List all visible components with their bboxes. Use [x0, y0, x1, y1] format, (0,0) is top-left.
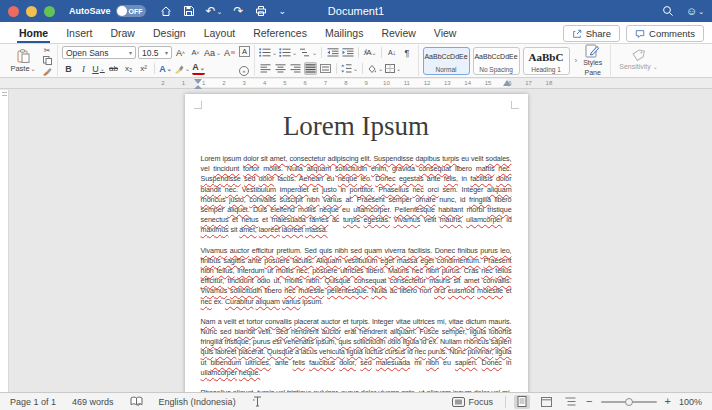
tab-view[interactable]: View [425, 22, 466, 43]
sort-button[interactable]: A↓ [386, 46, 399, 59]
clear-formatting-button[interactable]: A [223, 46, 236, 59]
tab-mailings[interactable]: Mailings [316, 22, 373, 43]
styles-pane-label: Pane [585, 69, 601, 77]
bold-button[interactable]: B [62, 62, 75, 75]
print-layout-view-button[interactable] [514, 395, 530, 409]
fullscreen-window-button[interactable] [44, 6, 55, 17]
tab-design[interactable]: Design [144, 22, 195, 43]
line-spacing-button[interactable]: ⌄ [341, 62, 358, 75]
language-button[interactable]: English (Indonesia) [159, 397, 236, 407]
document-page[interactable]: Lorem Ipsum Lorem ipsum dolor sit amet, … [185, 94, 528, 392]
home-quick-button[interactable] [160, 5, 172, 17]
redo-button[interactable]: ↷ [233, 5, 243, 17]
style-no-spacing[interactable]: AaBbCcDdEe No Spacing [473, 47, 520, 75]
format-painter-button[interactable] [41, 66, 53, 76]
zoom-level[interactable]: 100% [679, 397, 702, 407]
misspelled-word: aliquam. [390, 327, 416, 336]
style-normal[interactable]: AaBbCcDdEe Normal [423, 47, 470, 75]
underline-button[interactable]: U⌄ [92, 62, 105, 75]
highlight-button[interactable]: ⌄ [174, 62, 190, 75]
cut-button[interactable]: ✂ [41, 45, 53, 55]
misspelled-word: finibus [458, 246, 478, 255]
shading-button[interactable]: ⌄ [367, 62, 383, 75]
font-name-select[interactable]: Open Sans▾ [62, 46, 136, 59]
document-area: Lorem Ipsum Lorem ipsum dolor sit amet, … [0, 90, 712, 392]
web-layout-view-button[interactable] [538, 395, 554, 409]
zoom-slider[interactable] [601, 401, 657, 403]
asian-layout-button[interactable]: ﾒA⌄ [363, 46, 376, 59]
misspelled-word: tincidunt [228, 276, 254, 285]
misspelled-word: fames [309, 215, 328, 224]
zoom-in-button[interactable]: + [665, 396, 671, 407]
show-formatting-button[interactable]: ¶ [401, 46, 414, 59]
feedback-button[interactable]: ☺⌄ [686, 6, 704, 17]
multilevel-list-button[interactable]: ⌄ [299, 46, 317, 59]
increase-indent-button[interactable] [341, 46, 354, 59]
sensitivity-button[interactable]: Sensitivity⌄ [615, 49, 662, 71]
tab-layout[interactable]: Layout [195, 22, 245, 43]
share-button[interactable]: Share [563, 25, 620, 42]
tab-draw[interactable]: Draw [101, 22, 144, 43]
share-label: Share [586, 28, 611, 39]
misspelled-word: sapien. [455, 358, 477, 367]
minimize-window-button[interactable] [26, 6, 37, 17]
customize-toolbar-button[interactable]: ⌄ [278, 7, 287, 16]
justify-button[interactable] [304, 62, 317, 75]
character-shading-button[interactable]: A [239, 46, 250, 57]
phonetic-guide-button[interactable]: ⁎ [239, 66, 249, 76]
tab-home[interactable]: Home [10, 22, 57, 43]
text-effects-button[interactable]: A⌄ [159, 62, 172, 75]
autosave-toggle[interactable]: OFF [116, 5, 146, 17]
word-count-button[interactable]: 469 words [72, 397, 114, 407]
superscript-button[interactable]: x² [137, 62, 150, 75]
shrink-font-button[interactable]: A˅ [189, 46, 202, 59]
tab-review[interactable]: Review [372, 22, 424, 43]
outline-view-button[interactable] [562, 395, 578, 409]
outline-view-icon [565, 397, 576, 406]
misspelled-word: eget [380, 256, 394, 265]
styles-pane-button[interactable]: Styles Pane [579, 44, 606, 76]
comments-button[interactable]: Comments [626, 25, 704, 42]
align-center-button[interactable] [274, 62, 287, 75]
spellcheck-status-button[interactable] [130, 396, 143, 407]
misspelled-word: molestie [477, 286, 503, 295]
home-icon [160, 5, 172, 17]
numbering-button[interactable]: ⌄ [279, 46, 297, 59]
borders-button[interactable]: ⌄ [385, 62, 401, 75]
grow-font-button[interactable]: A˄ [174, 46, 187, 59]
clear-formatting-icon: A [224, 48, 230, 58]
strikethrough-button[interactable]: ab [107, 62, 120, 75]
search-button[interactable] [662, 5, 674, 17]
undo-button[interactable]: ↶⌄ [206, 5, 223, 17]
font-color-button[interactable]: A⌄ [192, 62, 205, 75]
subscript-button[interactable]: x₂ [122, 62, 135, 75]
change-case-button[interactable]: Aa⌄ [204, 46, 221, 59]
align-right-button[interactable] [289, 62, 302, 75]
tab-insert[interactable]: Insert [57, 22, 101, 43]
tab-references[interactable]: References [244, 22, 316, 43]
save-button[interactable] [183, 5, 195, 17]
align-left-button[interactable] [259, 62, 272, 75]
ruler-number: 9 [361, 80, 371, 86]
zoom-out-button[interactable]: − [586, 396, 592, 407]
focus-mode-button[interactable]: Focus [452, 397, 494, 407]
paste-button[interactable]: Paste⌄ [8, 49, 38, 73]
navigation-pane-strip[interactable] [0, 90, 9, 392]
page-count-button[interactable]: Page 1 of 1 [10, 397, 56, 407]
font-size-select[interactable]: 10.5▾ [138, 46, 172, 59]
italic-button[interactable]: I [77, 62, 90, 75]
autosave-control[interactable]: AutoSave OFF [69, 5, 146, 17]
text-prediction-button[interactable] [252, 396, 263, 407]
print-button[interactable] [255, 5, 267, 17]
bullets-button[interactable]: ⌄ [259, 46, 277, 59]
misspelled-word: nibh [426, 358, 439, 367]
right-indent-marker[interactable] [503, 80, 511, 86]
close-window-button[interactable] [8, 6, 19, 17]
copy-button[interactable] [41, 56, 53, 66]
decrease-indent-button[interactable] [326, 46, 339, 59]
zoom-slider-thumb[interactable] [625, 398, 633, 406]
distribute-text-button[interactable] [319, 62, 332, 75]
styles-gallery-expand[interactable]: › [575, 56, 578, 65]
style-heading-1[interactable]: AaBbC Heading 1 [523, 47, 570, 75]
left-indent-marker[interactable] [194, 79, 202, 84]
